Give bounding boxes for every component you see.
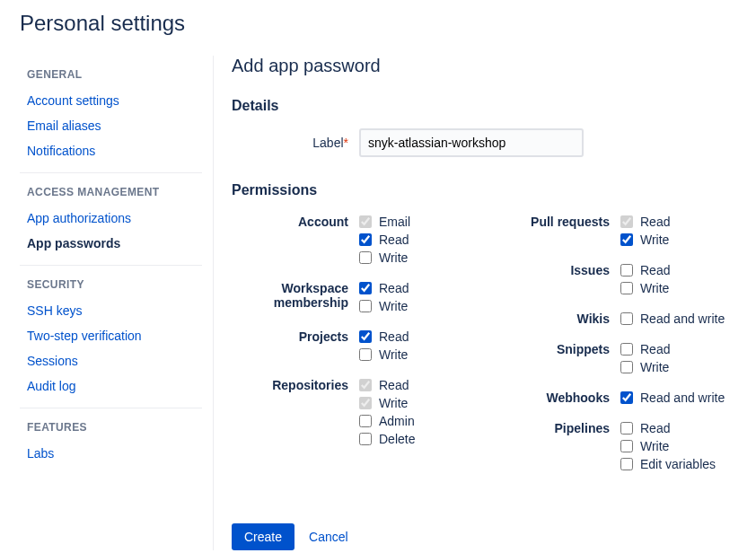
perm-option[interactable]: Write (620, 358, 736, 376)
perm-checkbox[interactable] (620, 233, 633, 246)
perm-group-label: Webhooks (493, 389, 620, 407)
perm-options: Read and write (620, 389, 736, 407)
cancel-button[interactable]: Cancel (309, 530, 348, 544)
perm-group-projects: ProjectsReadWrite (232, 328, 475, 364)
sidebar-section: GENERALAccount settingsEmail aliasesNoti… (20, 56, 202, 173)
perm-option[interactable]: Delete (359, 430, 475, 448)
perm-option[interactable]: Write (359, 346, 475, 364)
perm-group-label: Snippets (493, 340, 620, 376)
perm-checkbox[interactable] (620, 440, 633, 452)
sidebar-item-notifications[interactable]: Notifications (20, 138, 202, 163)
sidebar-section: ACCESS MANAGEMENTApp authorizationsApp p… (20, 173, 202, 266)
perm-group-label: Workspace membership (232, 279, 359, 315)
perm-group-issues: IssuesReadWrite (493, 261, 736, 297)
perm-options: ReadWrite (620, 261, 736, 297)
perm-option[interactable]: Read (620, 213, 736, 231)
perm-option[interactable]: Read (620, 261, 736, 279)
perm-option-label: Read (379, 281, 409, 295)
perm-option-label: Write (640, 439, 669, 453)
sidebar-section: SECURITYSSH keysTwo-step verificationSes… (20, 266, 202, 408)
perm-option[interactable]: Admin (359, 412, 475, 430)
perm-checkbox[interactable] (359, 300, 372, 312)
perm-group-label: Wikis (493, 310, 620, 328)
perm-option[interactable]: Read and write (620, 389, 736, 407)
perm-option[interactable]: Write (359, 297, 475, 315)
perm-group-label: Repositories (232, 376, 359, 448)
perm-option[interactable]: Write (620, 437, 736, 455)
perm-option[interactable]: Edit variables (620, 455, 736, 473)
perm-option[interactable]: Write (359, 394, 475, 412)
sidebar-item-app-authorizations[interactable]: App authorizations (20, 206, 202, 231)
permissions-columns: AccountEmailReadWriteWorkspace membershi… (232, 213, 736, 486)
perm-group-repositories: RepositoriesReadWriteAdminDelete (232, 376, 475, 448)
sidebar-item-labs[interactable]: Labs (20, 441, 202, 466)
perm-option[interactable]: Read and write (620, 310, 736, 328)
perm-option-label: Read and write (640, 312, 725, 326)
perm-options: ReadWriteAdminDelete (359, 376, 475, 448)
perm-option-label: Read (640, 215, 670, 229)
perm-checkbox[interactable] (359, 251, 372, 264)
perm-group-pipelines: PipelinesReadWriteEdit variables (493, 419, 736, 473)
perm-option-label: Read and write (640, 391, 725, 405)
perm-options: ReadWrite (359, 279, 475, 315)
label-field-row: Label* (232, 128, 736, 157)
sidebar-heading: SECURITY (20, 275, 202, 298)
perm-option[interactable]: Read (359, 279, 475, 297)
perm-checkbox[interactable] (620, 422, 633, 434)
perm-option[interactable]: Write (620, 279, 736, 297)
perm-group-label: Pipelines (493, 419, 620, 473)
perm-option-label: Write (640, 281, 669, 295)
sidebar-item-ssh-keys[interactable]: SSH keys (20, 298, 202, 323)
perm-option[interactable]: Read (620, 340, 736, 358)
perm-options: ReadWriteEdit variables (620, 419, 736, 473)
perm-option-label: Read (379, 329, 409, 344)
create-button[interactable]: Create (232, 523, 294, 550)
perm-checkbox[interactable] (359, 433, 372, 445)
perm-option[interactable]: Write (620, 231, 736, 249)
perm-option[interactable]: Write (359, 249, 475, 267)
perm-option[interactable]: Read (359, 328, 475, 346)
label-text: Label (312, 136, 343, 150)
perm-option[interactable]: Email (359, 213, 475, 231)
perm-checkbox[interactable] (620, 312, 633, 325)
perm-option-label: Write (640, 360, 669, 374)
perm-options: ReadWrite (620, 340, 736, 376)
sidebar-item-two-step-verification[interactable]: Two-step verification (20, 323, 202, 348)
sidebar-item-account-settings[interactable]: Account settings (20, 88, 202, 113)
perm-checkbox (359, 379, 372, 391)
perm-option[interactable]: Read (620, 419, 736, 437)
sidebar-item-email-aliases[interactable]: Email aliases (20, 113, 202, 138)
perm-option-label: Write (379, 250, 408, 265)
perm-option-label: Write (640, 233, 669, 247)
perm-option-label: Write (379, 396, 408, 410)
sidebar-item-sessions[interactable]: Sessions (20, 348, 202, 373)
perm-checkbox[interactable] (359, 415, 372, 427)
perm-checkbox[interactable] (359, 233, 372, 246)
perm-checkbox[interactable] (620, 343, 633, 356)
perm-option[interactable]: Read (359, 231, 475, 249)
perm-option-label: Read (379, 233, 409, 247)
perm-options: ReadWrite (620, 213, 736, 249)
perm-option-label: Edit variables (640, 457, 716, 471)
required-asterisk: * (344, 136, 348, 150)
perm-checkbox[interactable] (359, 282, 372, 294)
perm-option[interactable]: Read (359, 376, 475, 394)
perm-checkbox[interactable] (359, 330, 372, 343)
sidebar-item-audit-log[interactable]: Audit log (20, 373, 202, 399)
perm-group-label: Pull requests (493, 213, 620, 249)
perm-checkbox[interactable] (620, 264, 633, 276)
perm-group-workspace-membership: Workspace membershipReadWrite (232, 279, 475, 315)
perm-checkbox (620, 215, 633, 228)
perm-checkbox[interactable] (359, 348, 372, 361)
label-input[interactable] (359, 128, 584, 157)
perm-group-webhooks: WebhooksRead and write (493, 389, 736, 407)
perm-checkbox[interactable] (620, 361, 633, 373)
perm-option-label: Write (379, 299, 408, 313)
perm-group-label: Account (232, 213, 359, 267)
perm-checkbox[interactable] (620, 391, 633, 404)
perm-checkbox[interactable] (620, 282, 633, 294)
sidebar-item-app-passwords[interactable]: App passwords (20, 231, 202, 256)
main-content: Add app password Details Label* Permissi… (214, 56, 736, 550)
sidebar-heading: FEATURES (20, 417, 202, 441)
perm-checkbox[interactable] (620, 458, 633, 470)
